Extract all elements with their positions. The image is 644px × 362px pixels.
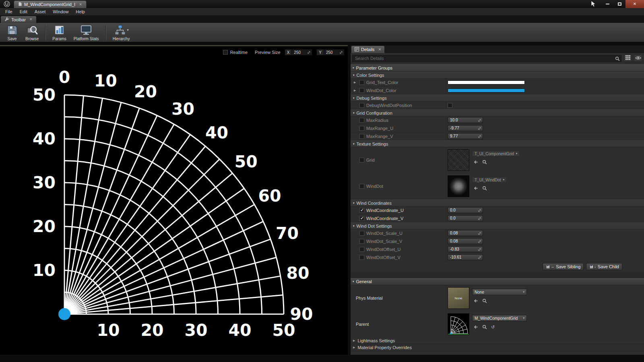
override-checkbox-winddotoffset-v[interactable] [359,255,364,260]
section-header-grid-configuration[interactable]: ▾Grid Configuration [351,109,644,116]
menu-window[interactable]: Window [49,8,72,16]
expand-arrow-icon[interactable]: ▶ [354,89,357,92]
texture-select-grid[interactable]: T_UI_ComponentGrid▾ [472,151,520,156]
expand-arrow-icon[interactable]: ▶ [354,81,357,84]
menu-file[interactable]: File [2,8,16,16]
close-button[interactable]: ✕ [625,0,644,8]
texture-thumbnail-winddot[interactable] [448,175,469,197]
asset-thumbnail-phys-material[interactable]: None [448,287,469,309]
toolbar-separator [45,25,46,40]
toolbar-button-browse[interactable]: Browse [22,23,42,42]
color-swatch-grid-text-color[interactable] [448,80,525,84]
param-row-value: T_UI_WindDot▾ [446,173,644,199]
property-matrix-button[interactable] [623,54,632,62]
value-field-winddotoffset-u[interactable]: -0.83 [448,246,483,252]
value-field-windcoordinate-v[interactable]: 0.0 [448,215,483,221]
menu-help[interactable]: Help [72,8,89,16]
browse-to-icon[interactable] [482,298,487,303]
dropdown-caret-icon[interactable]: ▾ [127,28,129,32]
texture-select-winddot[interactable]: T_UI_WindDot▾ [472,177,507,183]
override-checkbox-grid[interactable] [359,158,364,162]
override-checkbox-grid-text-color[interactable] [359,80,364,85]
minimize-button[interactable] [601,0,613,8]
toolbar-button-label: Platform Stats [74,37,99,41]
realtime-checkbox[interactable] [223,50,228,55]
value-field-windcoordinate-u[interactable]: 0.0 [448,207,483,213]
section-header-wind-dot-settings[interactable]: ▾Wind Dot Settings [351,222,644,229]
parameter-groups-header[interactable]: ▾ Parameter Groups [351,64,644,72]
field-value: -0.83 [450,247,477,251]
asset-document-tab[interactable]: M_WindComponentGrid_I ✕ [14,0,87,8]
toolbar-button-params[interactable]: Params [49,23,70,42]
value-field-maxrange-u[interactable]: -9.77 [448,125,483,131]
browse-to-icon[interactable] [482,325,487,329]
asset-value: M_WindComponentGrid▾↺ [448,313,527,335]
drag-corner-icon [478,215,481,222]
title-bar[interactable]: M_WindComponentGrid_I ✕ ✕ [0,0,644,8]
use-selected-icon[interactable] [473,160,478,165]
reset-to-default-icon[interactable]: ↺ [491,325,495,329]
color-swatch-winddot-color[interactable] [448,88,525,93]
preview-size-y-input[interactable]: 250 [324,49,345,56]
search-details-input[interactable] [352,55,621,62]
use-selected-icon[interactable] [473,186,478,191]
details-tab-row: Details ✕ [351,45,644,53]
close-tab-icon[interactable]: ✕ [29,18,33,21]
menu-asset[interactable]: Asset [31,8,50,16]
asset-thumbnail-parent[interactable] [448,313,469,335]
toolbar-button-save[interactable]: Save [2,23,22,42]
override-checkbox-windcoordinate-v[interactable] [359,216,364,221]
browse-to-icon[interactable] [482,160,487,165]
override-checkbox-winddot[interactable] [359,184,364,189]
override-checkbox-winddot-color[interactable] [359,88,364,93]
override-checkbox-winddot-scale-v[interactable] [359,239,364,244]
section-header-debug-settings[interactable]: ▾Debug Settings [351,95,644,101]
collapsed-section-lightmass-settings[interactable]: ▶Lightmass Settings [351,337,644,344]
override-checkbox-winddot-scale-u[interactable] [359,231,364,236]
texture-thumbnail-grid[interactable] [448,149,469,171]
value-field-maxrange-v[interactable]: 9.77 [448,133,483,139]
grid-view-icon [625,54,630,62]
section-header-wind-coordinates[interactable]: ▾Wind Coordinates [351,200,644,206]
save-child-button[interactable]: ↓ Save Child [586,263,622,270]
override-checkbox-winddotoffset-u[interactable] [359,247,364,252]
preview-size-x-input[interactable]: 250 [291,49,312,56]
angle-label: 0 [59,68,70,87]
menu-edit[interactable]: Edit [16,8,31,16]
browse-to-icon[interactable] [482,186,487,191]
maximize-button[interactable] [613,0,625,8]
value-field-winddot-scale-u[interactable]: 0.08 [448,230,483,236]
asset-select-parent[interactable]: M_WindComponentGrid▾ [472,315,527,321]
general-header[interactable]: ▾ General [351,278,644,285]
save-sibling-button[interactable]: → Save Sibling [543,263,584,270]
override-checkbox-maxrange-u[interactable] [359,126,364,131]
details-tab[interactable]: Details ✕ [351,46,384,53]
section-title: Material Property Overrides [357,345,412,350]
section-header-color-settings[interactable]: ▾Color Settings [351,72,644,78]
toolbar-button-platform-stats[interactable]: Platform Stats [70,23,103,42]
override-checkbox-maxrange-v[interactable] [359,134,364,139]
use-selected-icon[interactable] [473,298,478,303]
use-selected-icon[interactable] [473,325,478,329]
value-field-winddot-scale-v[interactable]: 0.08 [448,238,483,244]
param-row-winddotoffset-v: WindDotOffset_V-10.61 [351,253,644,261]
asset-select-phys-material[interactable]: None▾ [472,289,527,295]
value-field-maxradius[interactable]: 10.0 [448,117,483,123]
material-preview-viewport[interactable]: 010203040506070809050403020101020304050 … [0,45,348,355]
value-checkbox-debugwinddotposition[interactable] [448,103,452,108]
section-header-texture-settings[interactable]: ▾Texture Settings [351,140,644,147]
override-checkbox-windcoordinate-u[interactable] [359,208,364,213]
override-checkbox-debugwinddotposition[interactable] [359,103,364,108]
collapsed-section-material-property-overrides[interactable]: ▶Material Property Overrides [351,344,644,351]
param-label: WindDotOffset_V [366,255,400,260]
toolbar-button-hierarchy[interactable]: ▾Hierarchy [109,23,134,42]
close-tab-icon[interactable]: ✕ [378,48,382,51]
param-row-winddot-color: ▶WindDot_Color [351,86,644,95]
maximize-icon [618,2,621,6]
display-filter-button[interactable] [634,54,642,62]
close-tab-icon[interactable]: ✕ [79,3,82,6]
mouse-cursor [591,0,596,7]
value-field-winddotoffset-v[interactable]: -10.61 [448,254,483,260]
override-checkbox-maxradius[interactable] [359,118,364,123]
toolbar-tab[interactable]: Toolbar ✕ [1,16,36,23]
